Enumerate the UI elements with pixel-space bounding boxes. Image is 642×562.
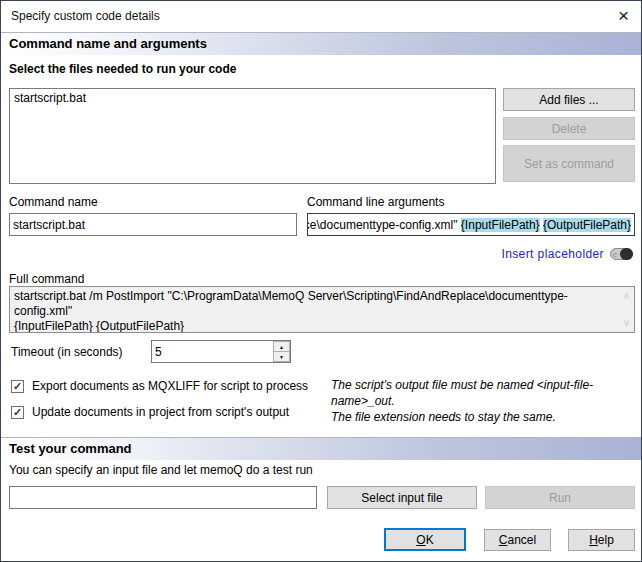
note-line-1: The script's output file must be named <… (331, 377, 641, 409)
spin-up-button[interactable]: ▲ (273, 341, 290, 352)
command-arguments-input[interactable]: ndReplace\documenttype-config.xml" {Inpu… (307, 213, 635, 236)
placeholder-token-inputfilepath: {InputFilePath} (461, 218, 540, 232)
ok-button[interactable]: OK (384, 528, 466, 551)
spin-down-button[interactable]: ▼ (273, 352, 290, 362)
ok-rest: K (426, 533, 434, 547)
close-icon[interactable]: × (618, 4, 629, 28)
list-item-file[interactable]: startscript.bat (10, 89, 495, 107)
arguments-text: ndReplace\documenttype-config.xml" (307, 218, 461, 232)
export-mqxliff-label[interactable]: Export documents as MQXLIFF for script t… (32, 379, 308, 393)
spin-up-icon: ▲ (279, 344, 284, 350)
ok-key: O (416, 533, 425, 547)
section-header-command: Command name and arguments (1, 32, 641, 55)
command-arguments-label: Command line arguments (307, 195, 444, 209)
timeout-label: Timeout (in seconds) (11, 345, 123, 359)
titlebar: Specify custom code details × (1, 1, 641, 32)
cancel-key: C (499, 533, 508, 547)
timeout-spin-buttons: ▲ ▼ (273, 341, 290, 362)
update-documents-row: ✓ Update documents in project from scrip… (11, 405, 289, 419)
help-key: H (589, 533, 598, 547)
window-title: Specify custom code details (11, 9, 160, 23)
scroll-up-icon[interactable]: ∧ (623, 291, 630, 301)
cancel-rest: ancel (507, 533, 536, 547)
delete-button: Delete (503, 117, 635, 140)
full-command-line-1: startscript.bat /m PostImport "C:\Progra… (14, 289, 612, 319)
timeout-input[interactable] (152, 341, 273, 362)
help-rest: elp (598, 533, 614, 547)
section-header-test: Test your command (1, 437, 641, 460)
spin-down-icon: ▼ (279, 354, 284, 360)
add-files-button[interactable]: Add files ... (503, 88, 635, 111)
cancel-button[interactable]: Cancel (484, 529, 551, 551)
export-mqxliff-row: ✓ Export documents as MQXLIFF for script… (11, 379, 308, 393)
insert-placeholder-toggle-icon[interactable]: c (610, 248, 633, 260)
run-button: Run (485, 486, 635, 509)
command-name-label: Command name (9, 195, 98, 209)
test-input-file-field[interactable] (9, 486, 317, 509)
timeout-spinner[interactable]: ▲ ▼ (151, 340, 291, 363)
scroll-down-icon[interactable]: ∨ (623, 318, 630, 328)
command-name-input[interactable] (9, 213, 297, 236)
dialog-specify-custom-code-details: Specify custom code details × Command na… (0, 0, 642, 562)
checkmark-icon: ✓ (13, 407, 22, 418)
select-input-file-button[interactable]: Select input file (327, 486, 477, 509)
checkmark-icon: ✓ (13, 381, 22, 392)
section-header-test-label: Test your command (9, 441, 132, 456)
section-header-command-label: Command name and arguments (9, 36, 207, 51)
files-listbox[interactable]: startscript.bat (9, 88, 496, 184)
full-command-box[interactable]: startscript.bat /m PostImport "C:\Progra… (9, 286, 635, 333)
test-description: You can specify an input file and let me… (9, 463, 313, 477)
full-command-line-2: {InputFilePath} {OutputFilePath} (14, 319, 612, 333)
toggle-glyph: c (613, 249, 617, 260)
full-command-label: Full command (9, 272, 84, 286)
files-label: Select the files needed to run your code (9, 62, 236, 76)
toggle-knob (620, 248, 633, 260)
insert-placeholder-link[interactable]: Insert placeholder (501, 247, 604, 261)
update-documents-label[interactable]: Update documents in project from script'… (32, 405, 289, 419)
set-as-command-button: Set as command (503, 145, 635, 182)
note-line-2: The file extension needs to stay the sam… (331, 409, 641, 425)
help-button[interactable]: Help (568, 529, 635, 551)
script-output-note: The script's output file must be named <… (331, 377, 641, 425)
update-documents-checkbox[interactable]: ✓ (11, 406, 24, 419)
placeholder-token-outputfilepath: {OutputFilePath} (543, 218, 631, 232)
insert-placeholder-row: Insert placeholder c (501, 247, 633, 261)
export-mqxliff-checkbox[interactable]: ✓ (11, 380, 24, 393)
